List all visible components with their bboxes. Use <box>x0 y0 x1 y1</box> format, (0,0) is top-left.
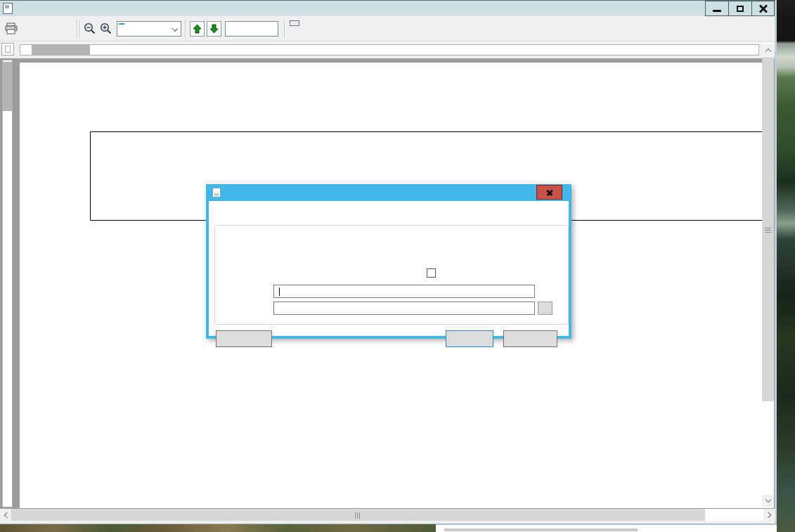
app-window <box>0 0 777 524</box>
app-icon <box>3 3 13 14</box>
esignering-button[interactable] <box>315 21 318 25</box>
separator <box>79 20 81 38</box>
browse-button[interactable] <box>538 301 552 315</box>
stang-button[interactable] <box>324 21 327 25</box>
dialog-body <box>209 201 569 336</box>
filename-input[interactable] <box>273 285 535 298</box>
toolbar-buttons <box>290 20 327 26</box>
printer-icon <box>4 22 18 35</box>
clipped-text-line <box>444 528 638 531</box>
scrollbar-grip <box>355 512 360 519</box>
window-controls <box>705 1 775 16</box>
horizontal-scrollbar-thumb[interactable] <box>11 509 705 521</box>
horizontal-scrollbar[interactable] <box>0 509 775 521</box>
arrow-down-icon <box>209 24 219 34</box>
chevron-right-icon <box>765 512 771 517</box>
cancel-button[interactable] <box>503 330 557 347</box>
previous-page-button[interactable] <box>190 21 205 37</box>
maximize-icon <box>737 6 744 12</box>
desktop-wallpaper <box>777 0 795 532</box>
scrollbar-grip <box>765 228 771 233</box>
separator <box>77 20 78 38</box>
horizontal-ruler-row <box>0 41 775 58</box>
vertical-scrollbar[interactable] <box>762 43 774 508</box>
background-window-strip <box>436 524 777 532</box>
desktop-wallpaper-bottom <box>0 524 436 532</box>
epost-button[interactable] <box>306 21 309 25</box>
chevron-down-icon <box>765 497 770 502</box>
esignering-dialog-button[interactable] <box>216 330 272 347</box>
next-page-button[interactable] <box>207 21 221 37</box>
export-dialog <box>206 184 571 339</box>
horizontal-ruler <box>20 44 759 56</box>
titlebar <box>0 1 775 16</box>
scroll-up-button[interactable] <box>762 44 774 56</box>
ruler-margin-zone <box>32 45 90 55</box>
arrow-up-icon <box>193 24 202 34</box>
export-button[interactable] <box>290 20 299 26</box>
text-caret <box>279 287 280 296</box>
minimize-button[interactable] <box>705 1 728 16</box>
zoom-in-button[interactable] <box>99 22 112 38</box>
separator <box>284 20 285 38</box>
close-button[interactable] <box>751 1 775 16</box>
window-bottom-edge <box>0 521 775 524</box>
zoom-level-value <box>119 23 124 25</box>
document-icon <box>212 188 221 197</box>
folder-input[interactable] <box>273 301 535 315</box>
dialog-titlebar[interactable] <box>206 184 571 201</box>
screen <box>0 0 795 532</box>
chevron-down-icon <box>172 25 178 32</box>
scroll-down-button[interactable] <box>762 495 774 507</box>
scroll-right-button[interactable] <box>763 509 775 521</box>
open-after-export-checkbox[interactable] <box>427 268 440 278</box>
vertical-ruler <box>2 60 13 507</box>
minimize-icon <box>713 10 721 12</box>
zoom-out-button[interactable] <box>83 22 96 38</box>
page-number-input[interactable] <box>225 21 278 37</box>
chevron-left-icon <box>4 512 10 517</box>
ruler-margin-zone <box>3 62 12 111</box>
ruler-corner-box <box>1 43 14 56</box>
scroll-left-button[interactable] <box>0 509 12 521</box>
vertical-scrollbar-thumb[interactable] <box>762 57 774 401</box>
separator <box>185 20 186 38</box>
chevron-up-icon <box>765 48 770 54</box>
checkbox-icon <box>427 268 436 278</box>
zoom-in-icon <box>99 22 112 35</box>
dialog-close-button[interactable] <box>536 185 562 200</box>
print-button[interactable] <box>4 20 22 38</box>
ok-button[interactable] <box>446 330 493 347</box>
zoom-out-icon <box>83 22 96 35</box>
maximize-button[interactable] <box>728 1 751 16</box>
toolbar <box>0 16 775 41</box>
zoom-level-select[interactable] <box>117 21 181 37</box>
